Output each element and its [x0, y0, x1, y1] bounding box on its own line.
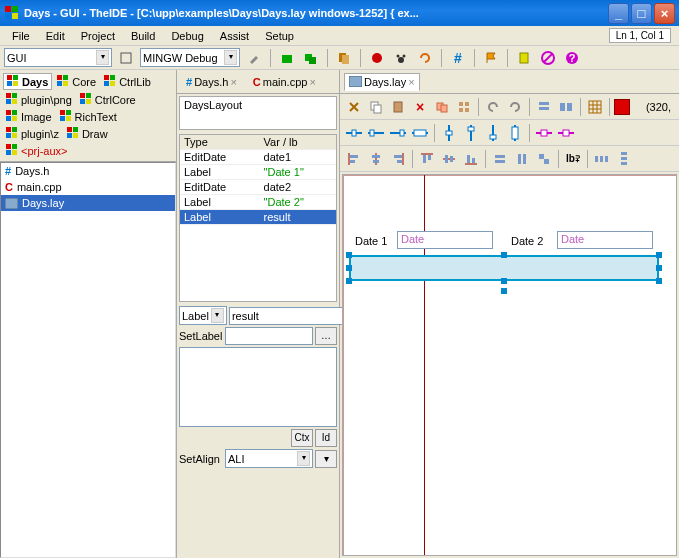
close-icon[interactable]: ×: [230, 76, 236, 88]
settings-icon[interactable]: [116, 48, 136, 68]
close-button[interactable]: ×: [654, 3, 675, 24]
resize-handle[interactable]: [346, 252, 352, 258]
spring-auto2-icon[interactable]: [556, 123, 576, 143]
pkg-prjaux[interactable]: <prj-aux>: [3, 143, 70, 158]
calc-icon[interactable]: [514, 48, 534, 68]
duplicate-icon[interactable]: [432, 97, 452, 117]
pkg-days[interactable]: Days: [3, 73, 52, 90]
dist-h-icon[interactable]: [592, 149, 612, 169]
resize-handle[interactable]: [501, 288, 507, 294]
align2-icon[interactable]: [556, 97, 576, 117]
pkg-pluginpng[interactable]: plugin\png: [3, 92, 75, 107]
spring-h4-icon[interactable]: [410, 123, 430, 143]
flag-icon[interactable]: [481, 48, 501, 68]
redo-icon[interactable]: [505, 97, 525, 117]
spring-v3-icon[interactable]: [483, 123, 503, 143]
menu-file[interactable]: File: [4, 28, 38, 44]
label-date2[interactable]: Date 2: [511, 235, 543, 247]
menu-setup[interactable]: Setup: [257, 28, 302, 44]
text-area[interactable]: [179, 347, 337, 427]
ctx-button[interactable]: Ctx: [291, 429, 313, 447]
wrench-icon[interactable]: [244, 48, 264, 68]
spring-v1-icon[interactable]: [439, 123, 459, 143]
tab-days-h[interactable]: #Days.h×: [181, 73, 242, 91]
maximize-button[interactable]: □: [631, 3, 652, 24]
grid-row[interactable]: EditDatedate2: [180, 180, 336, 195]
stop-icon[interactable]: [367, 48, 387, 68]
align-icon[interactable]: [534, 97, 554, 117]
color-swatch[interactable]: [614, 99, 630, 115]
resize-handle[interactable]: [656, 265, 662, 271]
menu-project[interactable]: Project: [73, 28, 123, 44]
cancel-icon[interactable]: [538, 48, 558, 68]
field-date2[interactable]: Date: [557, 231, 653, 249]
grid-row[interactable]: Label"Date 2": [180, 195, 336, 210]
pkg-richtext[interactable]: RichText: [57, 109, 120, 124]
align-left-icon[interactable]: [344, 149, 364, 169]
grid-row[interactable]: Label"Date 1": [180, 165, 336, 180]
build-all-icon[interactable]: [301, 48, 321, 68]
copy2-icon[interactable]: [366, 97, 386, 117]
resize-handle[interactable]: [656, 278, 662, 284]
pkg-ctrlcore[interactable]: CtrlCore: [77, 92, 139, 107]
resize-handle[interactable]: [501, 278, 507, 284]
buildmode-combo[interactable]: MINGW Debug ▾: [140, 48, 240, 67]
file-days-lay[interactable]: Days.lay: [1, 195, 175, 211]
setalign-combo[interactable]: ALI▾: [225, 449, 313, 468]
close-icon[interactable]: ×: [408, 76, 414, 88]
spring-v2-icon[interactable]: [461, 123, 481, 143]
align-vcenter-icon[interactable]: [439, 149, 459, 169]
menu-debug[interactable]: Debug: [163, 28, 211, 44]
same-height-icon[interactable]: [512, 149, 532, 169]
ellipsis-button[interactable]: …: [315, 327, 337, 345]
refresh-icon[interactable]: [415, 48, 435, 68]
align-right-icon[interactable]: [388, 149, 408, 169]
label-align-icon[interactable]: lb⫀: [563, 149, 583, 169]
copy-icon[interactable]: [334, 48, 354, 68]
delete-icon[interactable]: ×: [410, 97, 430, 117]
align-bottom-icon[interactable]: [461, 149, 481, 169]
widget-grid[interactable]: TypeVar / lb EditDatedate1 Label"Date 1"…: [179, 134, 337, 302]
design-canvas[interactable]: Date 1 Date Date 2 Date: [342, 174, 677, 556]
hash-icon[interactable]: #: [448, 48, 468, 68]
tab-main-cpp[interactable]: Cmain.cpp×: [248, 73, 321, 91]
pkg-draw[interactable]: Draw: [64, 126, 111, 141]
resize-handle[interactable]: [346, 278, 352, 284]
resize-handle[interactable]: [656, 252, 662, 258]
pkg-ctrllib[interactable]: CtrlLib: [101, 73, 154, 90]
paste-icon[interactable]: [388, 97, 408, 117]
paw-icon[interactable]: [391, 48, 411, 68]
build-icon[interactable]: [277, 48, 297, 68]
cut-icon[interactable]: [344, 97, 364, 117]
scroll-down-button[interactable]: ▾: [315, 450, 337, 468]
pkg-core[interactable]: Core: [54, 73, 99, 90]
spring-h3-icon[interactable]: [388, 123, 408, 143]
same-size-icon[interactable]: [534, 149, 554, 169]
menu-assist[interactable]: Assist: [212, 28, 257, 44]
spring-auto-icon[interactable]: [534, 123, 554, 143]
grid-row[interactable]: EditDatedate1: [180, 150, 336, 165]
file-main-cpp[interactable]: Cmain.cpp: [1, 179, 175, 195]
pkg-pluginz[interactable]: plugin\z: [3, 126, 62, 141]
align-hcenter-icon[interactable]: [366, 149, 386, 169]
file-days-h[interactable]: #Days.h: [1, 163, 175, 179]
id-button[interactable]: Id: [315, 429, 337, 447]
type-combo[interactable]: Label▾: [179, 306, 227, 325]
tab-days-lay[interactable]: Days.lay×: [344, 73, 420, 91]
resize-handle[interactable]: [346, 265, 352, 271]
pkg-image[interactable]: Image: [3, 109, 55, 124]
close-icon[interactable]: ×: [309, 76, 315, 88]
resize-handle[interactable]: [501, 252, 507, 258]
setlabel-input[interactable]: [225, 327, 313, 345]
undo-icon[interactable]: [483, 97, 503, 117]
assembly-combo[interactable]: GUI ▾: [4, 48, 112, 67]
help-icon[interactable]: ?: [562, 48, 582, 68]
menu-edit[interactable]: Edit: [38, 28, 73, 44]
matrix-icon[interactable]: [454, 97, 474, 117]
grid-row-selected[interactable]: Labelresult: [180, 210, 336, 225]
spring-v4-icon[interactable]: [505, 123, 525, 143]
dist-v-icon[interactable]: [614, 149, 634, 169]
field-date1[interactable]: Date: [397, 231, 493, 249]
minimize-button[interactable]: _: [608, 3, 629, 24]
label-date1[interactable]: Date 1: [355, 235, 387, 247]
